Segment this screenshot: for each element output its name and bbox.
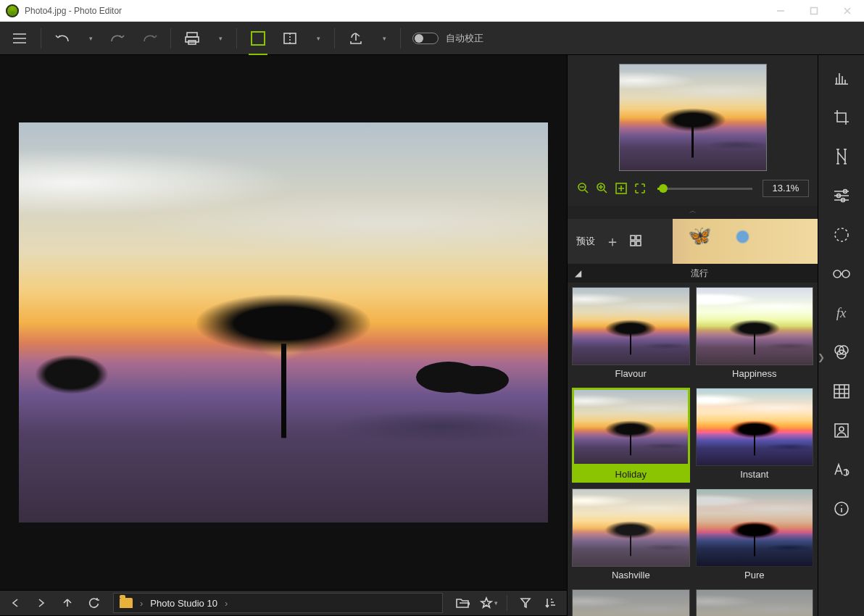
preset-grid-view-button[interactable]: [630, 235, 641, 249]
redo-alt-button[interactable]: [136, 25, 163, 51]
main-photo: [19, 122, 548, 523]
preset-name: Flavour: [572, 365, 690, 382]
preset-pure[interactable]: Pure: [696, 488, 814, 583]
preset-thumbnail: [696, 488, 814, 567]
maximize-button[interactable]: [797, 0, 831, 21]
preset-name: Pure: [696, 567, 814, 583]
preset-name: Nashville: [572, 567, 690, 583]
preset-thumbnail: [696, 287, 814, 365]
preset-thumbnail: [572, 488, 690, 567]
preset-thumbnail: [572, 388, 690, 466]
share-dropdown[interactable]: ▾: [374, 25, 393, 51]
zoom-actual-button[interactable]: [633, 181, 647, 196]
add-preset-button[interactable]: ＋: [605, 232, 620, 251]
text-tool[interactable]: [827, 458, 856, 481]
histogram-tool[interactable]: [827, 67, 856, 90]
preset-flavour[interactable]: Flavour: [572, 287, 690, 382]
preset-thumbnail: [696, 589, 814, 616]
path-box[interactable]: › Photo Studio 10 ›: [113, 593, 443, 613]
preset-instant[interactable]: Instant: [696, 388, 814, 483]
preset-name: Happiness: [696, 365, 814, 382]
nav-back-button[interactable]: [4, 592, 26, 614]
preset-category-bar[interactable]: ◢ 流行: [568, 264, 818, 283]
fit-to-window-button[interactable]: [244, 25, 272, 51]
print-button[interactable]: [178, 25, 206, 51]
svg-rect-24: [835, 424, 848, 437]
open-folder-button[interactable]: [452, 592, 473, 614]
canvas-area: › Photo Studio 10 › ▾: [0, 55, 567, 616]
print-dropdown[interactable]: ▾: [210, 25, 229, 51]
nav-forward-button[interactable]: [30, 592, 52, 614]
svg-point-19: [842, 270, 850, 278]
expand-rail-button[interactable]: ❯: [818, 352, 825, 362]
menu-button[interactable]: [6, 25, 33, 51]
auto-correct-label: 自动校正: [446, 32, 483, 45]
svg-rect-8: [631, 236, 635, 240]
svg-rect-0: [811, 7, 818, 14]
preview-area: 13.1%: [568, 55, 818, 206]
color-tool[interactable]: [827, 341, 856, 364]
side-panel: 13.1% ︿ 预设 ＋ 🦋 ◢ 流行 FlavourHappiness★Hol…: [567, 55, 818, 616]
sliders-tool[interactable]: [827, 184, 856, 207]
selection-tool[interactable]: [827, 223, 856, 246]
undo-dropdown[interactable]: ▾: [80, 25, 99, 51]
zoom-slider[interactable]: [657, 188, 752, 190]
adjustments-tool[interactable]: [827, 145, 856, 168]
main-toolbar: ▾ ▾ ▾ ▾ 自动校正: [0, 22, 864, 55]
preset-item-7[interactable]: [696, 589, 814, 616]
canvas-viewport[interactable]: [0, 55, 567, 590]
filter-button[interactable]: [515, 592, 536, 614]
preset-grid[interactable]: FlavourHappiness★HolidayInstantNashville…: [568, 283, 818, 616]
preset-holiday[interactable]: ★Holiday: [572, 388, 690, 483]
preset-item-6[interactable]: [572, 589, 690, 616]
close-button[interactable]: [831, 0, 864, 21]
undo-button[interactable]: [49, 25, 76, 51]
info-tool[interactable]: [827, 497, 856, 520]
svg-rect-9: [636, 236, 641, 240]
zoom-in-button[interactable]: [595, 181, 610, 196]
zoom-value[interactable]: 13.1%: [763, 180, 809, 197]
svg-rect-11: [636, 241, 641, 246]
toggle-switch-icon: [412, 33, 439, 44]
minimize-button[interactable]: [764, 0, 797, 21]
portrait-tool[interactable]: [827, 419, 856, 442]
zoom-out-button[interactable]: [576, 181, 591, 196]
frame-tool[interactable]: [827, 380, 856, 403]
svg-point-25: [839, 427, 844, 431]
collapse-preview-button[interactable]: ︿: [568, 206, 818, 219]
category-label: 流行: [589, 267, 810, 280]
butterfly-icon: 🦋: [688, 225, 711, 247]
presets-header: 预设 ＋ 🦋: [568, 219, 818, 264]
auto-correct-toggle[interactable]: 自动校正: [408, 25, 488, 51]
crop-tool[interactable]: [827, 106, 856, 129]
preset-happiness[interactable]: Happiness: [696, 287, 814, 382]
preview-image[interactable]: [619, 64, 767, 171]
collapse-icon: ◢: [575, 268, 581, 278]
refresh-button[interactable]: [83, 592, 104, 614]
zoom-fit-button[interactable]: [614, 181, 628, 196]
favorite-button[interactable]: ▾: [478, 592, 499, 614]
preset-name: Holiday: [572, 466, 690, 483]
preset-nashville[interactable]: Nashville: [572, 488, 690, 583]
svg-rect-2: [186, 37, 199, 42]
app-icon: [6, 4, 19, 17]
view-dropdown[interactable]: ▾: [308, 25, 327, 51]
svg-rect-10: [631, 241, 635, 246]
split-view-button[interactable]: [276, 25, 304, 51]
svg-rect-4: [284, 33, 296, 43]
folder-icon: [120, 598, 133, 608]
window-title: Photo4.jpg - Photo Editor: [25, 6, 122, 16]
preset-thumbnail: [572, 589, 690, 616]
share-button[interactable]: [342, 25, 370, 51]
effects-tool[interactable]: fx: [827, 301, 856, 325]
redo-button[interactable]: [104, 25, 131, 51]
nav-up-button[interactable]: [57, 592, 78, 614]
presets-label: 预设: [576, 235, 595, 248]
preview-tool[interactable]: [827, 262, 856, 286]
title-bar: Photo4.jpg - Photo Editor: [0, 0, 864, 22]
sort-button[interactable]: [541, 592, 562, 614]
svg-rect-23: [834, 385, 849, 398]
path-label: Photo Studio 10: [150, 598, 217, 609]
preset-thumbnail: [696, 388, 814, 466]
preset-name: Instant: [696, 466, 814, 483]
